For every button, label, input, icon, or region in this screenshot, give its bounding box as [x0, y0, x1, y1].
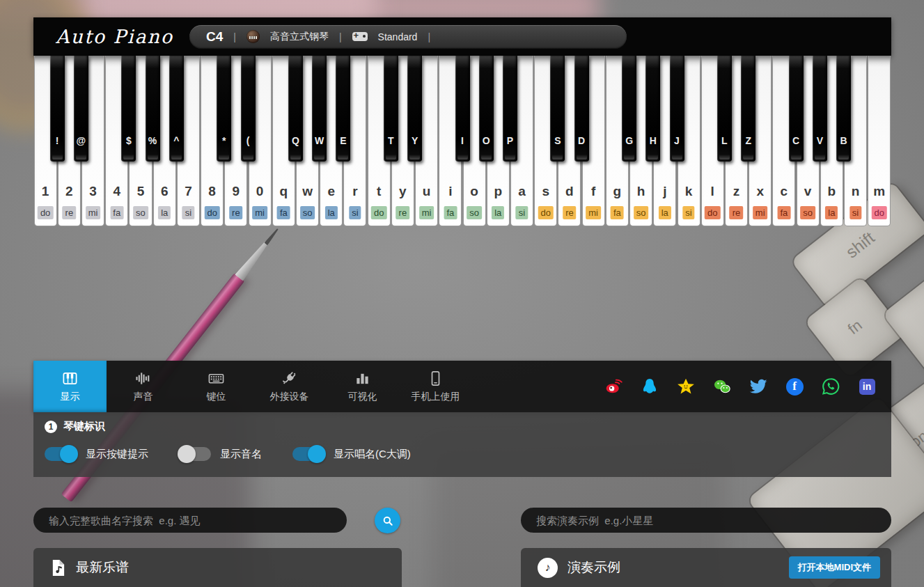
key-letter: H — [645, 135, 660, 146]
tab-label: 声音 — [134, 391, 153, 403]
black-key-O[interactable]: O — [479, 56, 494, 162]
black-key-%[interactable]: % — [146, 56, 160, 162]
whatsapp-icon[interactable] — [822, 377, 840, 396]
current-note-label: C4 — [206, 29, 223, 45]
tab-display[interactable]: 显示 — [33, 361, 107, 412]
facebook-icon[interactable]: f — [785, 377, 804, 396]
solfege-badge: do — [705, 206, 720, 219]
black-key-Q[interactable]: Q — [288, 56, 303, 162]
status-pill: C4 | 高音立式钢琴 | Standard | — [189, 25, 627, 49]
toggle-knob — [308, 445, 326, 463]
black-key-P[interactable]: P — [503, 56, 517, 162]
linkedin-icon[interactable]: in — [858, 377, 876, 396]
black-key-C[interactable]: C — [789, 56, 804, 162]
solfege-badge: mi — [86, 206, 101, 219]
black-key-Y[interactable]: Y — [407, 56, 422, 162]
solfege-badge: so — [634, 206, 649, 219]
key-letter: ^ — [169, 135, 184, 146]
search-button[interactable] — [375, 508, 400, 533]
weibo-icon[interactable] — [604, 377, 622, 396]
keymap-label[interactable]: Standard — [378, 31, 418, 42]
key-letter: L — [717, 135, 732, 146]
instrument-label[interactable]: 高音立式钢琴 — [270, 31, 329, 43]
key-letter: u — [416, 184, 437, 199]
solfege-badge: re — [563, 206, 577, 219]
search-icon — [382, 515, 394, 527]
solfege-badge: do — [371, 206, 386, 219]
white-key-m[interactable]: mdo — [868, 56, 891, 226]
key-letter: f — [583, 184, 604, 199]
tab-keymap[interactable]: 键位 — [180, 361, 253, 412]
key-letter: e — [320, 184, 342, 199]
section-number-badge: 1 — [45, 421, 57, 433]
black-key-V[interactable]: V — [813, 56, 827, 162]
qq-icon[interactable] — [641, 377, 659, 396]
solfege-badge: fa — [110, 206, 123, 219]
black-key-G[interactable]: G — [622, 56, 636, 162]
tab-visualization[interactable]: 可视化 — [326, 361, 399, 412]
tab-label: 显示 — [61, 391, 80, 403]
black-key-([interactable]: ( — [241, 56, 256, 162]
black-key-W[interactable]: W — [312, 56, 327, 162]
key-letter: Q — [288, 135, 303, 146]
key-letter: 5 — [130, 184, 151, 199]
visualization-icon — [354, 370, 370, 386]
black-key-T[interactable]: T — [384, 56, 398, 162]
key-letter: m — [868, 184, 890, 199]
solfege-badge: re — [63, 206, 77, 219]
open-midi-file-button[interactable]: 打开本地MIDI文件 — [789, 556, 880, 579]
black-key-$[interactable]: $ — [121, 56, 136, 162]
twitter-icon[interactable] — [749, 377, 767, 396]
solfege-badge: si — [349, 206, 361, 219]
key-letter: z — [726, 184, 747, 199]
latest-sheets-title: 最新乐谱 — [76, 558, 129, 577]
black-key-I[interactable]: I — [455, 56, 470, 162]
key-letter: n — [845, 184, 866, 199]
black-key-J[interactable]: J — [670, 56, 684, 162]
key-letter: G — [622, 135, 636, 146]
black-key-S[interactable]: S — [550, 56, 565, 162]
display-icon — [62, 370, 78, 386]
key-letter: c — [773, 184, 794, 199]
qzone-icon[interactable] — [677, 377, 695, 396]
pill-separator: | — [428, 31, 430, 42]
toggle-switch-1[interactable] — [179, 447, 211, 461]
black-key-@[interactable]: @ — [74, 56, 88, 162]
toggle-row: 显示按键提示显示音名显示唱名(C大调) — [45, 447, 441, 461]
key-letter: d — [558, 184, 580, 199]
tab-devices[interactable]: 外接设备 — [253, 361, 326, 412]
tab-label: 手机上使用 — [412, 391, 460, 403]
solfege-badge: do — [538, 206, 553, 219]
tab-mobile[interactable]: 手机上使用 — [399, 361, 472, 412]
black-key-H[interactable]: H — [645, 56, 660, 162]
toggle-knob — [178, 445, 196, 463]
toggle-label: 显示按键提示 — [86, 448, 148, 461]
key-letter: i — [439, 184, 461, 199]
virtual-piano: 1do2re3mi4fa5so6la7si8do9re0miqfawsoelar… — [33, 56, 891, 226]
solfege-badge: so — [800, 206, 815, 219]
demo-search-input[interactable] — [521, 508, 891, 533]
key-letter: V — [813, 135, 827, 146]
black-key-E[interactable]: E — [336, 56, 350, 162]
tab-sound[interactable]: 声音 — [107, 361, 180, 412]
solfege-badge: do — [38, 206, 53, 219]
black-key-![interactable]: ! — [50, 56, 65, 162]
solfege-badge: fa — [777, 206, 790, 219]
black-key-*[interactable]: * — [217, 56, 231, 162]
black-key-B[interactable]: B — [836, 56, 851, 162]
toggle-switch-2[interactable] — [292, 447, 324, 461]
keymap-icon — [352, 32, 368, 41]
black-key-^[interactable]: ^ — [169, 56, 184, 162]
key-letter: 4 — [106, 184, 127, 199]
key-letter: r — [344, 184, 366, 199]
black-key-D[interactable]: D — [574, 56, 589, 162]
wechat-icon[interactable] — [713, 377, 731, 396]
solfege-badge: si — [849, 206, 861, 219]
pill-separator: | — [233, 31, 236, 42]
black-key-Z[interactable]: Z — [741, 56, 755, 162]
solfege-badge: la — [325, 206, 338, 219]
toggle-switch-0[interactable] — [45, 447, 77, 461]
sheet-search-input[interactable] — [33, 508, 347, 533]
black-key-L[interactable]: L — [717, 56, 732, 162]
key-letter: 9 — [225, 184, 246, 199]
